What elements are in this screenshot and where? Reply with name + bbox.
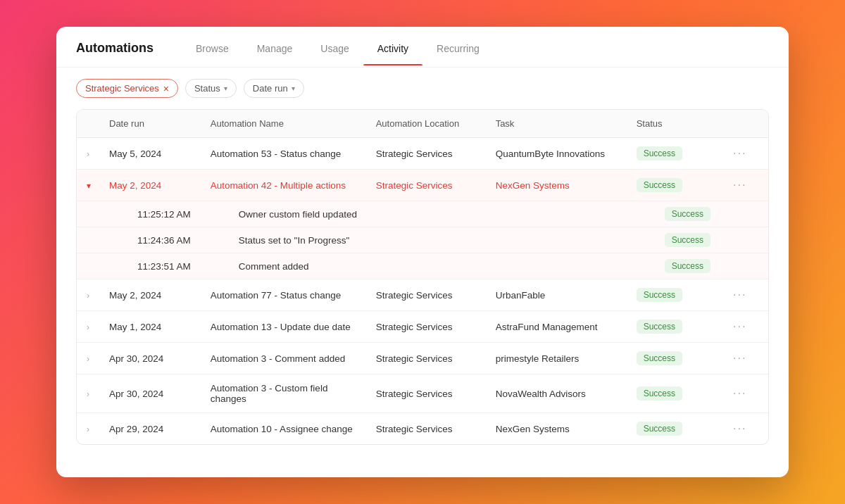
chevron-down-icon[interactable]: ▾ <box>87 181 91 191</box>
automation-name-cell[interactable]: Automation 77 - Status change <box>201 279 366 311</box>
actions-cell[interactable]: ··· <box>720 374 768 413</box>
tab-recurring[interactable]: Recurring <box>423 43 494 65</box>
location-cell: Strategic Services <box>366 279 486 311</box>
chevron-right-icon[interactable]: › <box>87 424 89 434</box>
status-cell: Success <box>627 343 720 374</box>
status-cell: Success <box>627 138 720 170</box>
daterun-filter-button[interactable]: Date run ▾ <box>244 79 304 98</box>
tab-activity[interactable]: Activity <box>363 43 423 65</box>
data-table: Date run Automation Name Automation Loca… <box>77 110 768 444</box>
sub-time-cell: 11:23:51 AM <box>99 253 201 279</box>
status-badge: Success <box>637 146 682 160</box>
sub-row: 11:25:12 AM Owner custom field updated S… <box>77 201 768 227</box>
sub-time-cell: 11:24:36 AM <box>99 227 201 253</box>
automation-name-cell[interactable]: Automation 10 - Assignee change <box>201 413 366 445</box>
more-options-icon[interactable]: ··· <box>730 289 749 301</box>
remove-filter-icon[interactable]: × <box>163 84 169 94</box>
col-status: Status <box>627 110 720 138</box>
col-date-run: Date run <box>99 110 201 138</box>
chevron-right-icon[interactable]: › <box>87 291 89 301</box>
more-options-icon[interactable]: ··· <box>730 147 749 159</box>
status-badge: Success <box>637 178 682 192</box>
sub-row: 11:24:36 AM Status set to "In Progress" … <box>77 227 768 253</box>
status-badge: Success <box>637 320 682 334</box>
chevron-right-icon[interactable]: › <box>87 354 89 364</box>
sub-actions-cell <box>720 227 768 253</box>
sub-action-cell: Owner custom field updated <box>201 201 627 227</box>
expand-cell[interactable]: › <box>77 138 99 170</box>
actions-cell[interactable]: ··· <box>720 279 768 311</box>
status-badge: Success <box>665 233 711 247</box>
more-options-icon[interactable]: ··· <box>730 352 749 364</box>
date-cell: Apr 29, 2024 <box>99 413 201 445</box>
tab-usage[interactable]: Usage <box>306 43 363 65</box>
status-filter-label: Status <box>194 83 220 94</box>
automation-name-cell[interactable]: Automation 42 - Multiple actions <box>201 170 366 201</box>
task-cell: NexGen Systems <box>486 170 627 201</box>
filter-bar: Strategic Services × Status ▾ Date run ▾ <box>56 68 789 109</box>
tab-browse[interactable]: Browse <box>182 43 243 65</box>
automation-name-cell[interactable]: Automation 13 - Update due date <box>201 311 366 343</box>
automation-name-cell[interactable]: Automation 3 - Comment added <box>201 343 366 374</box>
chevron-right-icon[interactable]: › <box>87 149 89 159</box>
table-row: › May 5, 2024 Automation 53 - Status cha… <box>77 138 768 170</box>
more-options-icon[interactable]: ··· <box>730 387 749 399</box>
table-header-row: Date run Automation Name Automation Loca… <box>77 110 768 138</box>
chevron-down-icon: ▾ <box>224 84 227 92</box>
sub-actions-cell <box>720 253 768 279</box>
table-row: › May 1, 2024 Automation 13 - Update due… <box>77 311 768 343</box>
table-row: ▾ May 2, 2024 Automation 42 - Multiple a… <box>77 170 768 201</box>
task-cell: UrbanFable <box>486 279 627 311</box>
sub-row: 11:23:51 AM Comment added Success <box>77 253 768 279</box>
chevron-right-icon[interactable]: › <box>87 389 89 399</box>
automation-name-cell[interactable]: Automation 53 - Status change <box>201 138 366 170</box>
automations-table: Date run Automation Name Automation Loca… <box>76 109 769 445</box>
location-cell: Strategic Services <box>366 138 486 170</box>
col-task: Task <box>486 110 627 138</box>
task-cell: NovaWealth Advisors <box>486 374 627 413</box>
more-options-icon[interactable]: ··· <box>730 422 749 434</box>
sub-expand-cell <box>77 227 99 253</box>
sub-status-cell: Success <box>627 253 720 279</box>
actions-cell[interactable]: ··· <box>720 343 768 374</box>
actions-cell[interactable]: ··· <box>720 138 768 170</box>
location-cell: Strategic Services <box>366 374 486 413</box>
status-cell: Success <box>627 279 720 311</box>
status-filter-button[interactable]: Status ▾ <box>185 79 237 98</box>
col-automation-name: Automation Name <box>201 110 366 138</box>
date-cell: May 2, 2024 <box>99 279 201 311</box>
sub-status-cell: Success <box>627 201 720 227</box>
chevron-down-icon: ▾ <box>292 84 295 92</box>
expand-cell[interactable]: › <box>77 413 99 445</box>
app-title: Automations <box>76 41 154 67</box>
sub-actions-cell <box>720 201 768 227</box>
sub-time-cell: 11:25:12 AM <box>99 201 201 227</box>
automation-name-cell[interactable]: Automation 3 - Custom field changes <box>201 374 366 413</box>
actions-cell[interactable]: ··· <box>720 170 768 201</box>
sub-action-cell: Comment added <box>201 253 627 279</box>
date-cell: May 5, 2024 <box>99 138 201 170</box>
table-row: › Apr 30, 2024 Automation 3 - Custom fie… <box>77 374 768 413</box>
status-cell: Success <box>627 413 720 445</box>
tab-manage[interactable]: Manage <box>243 43 307 65</box>
task-cell: NexGen Systems <box>486 413 627 445</box>
filter-tag-strategic-services[interactable]: Strategic Services × <box>76 79 178 98</box>
actions-cell[interactable]: ··· <box>720 311 768 343</box>
more-options-icon[interactable]: ··· <box>730 320 749 332</box>
expand-cell[interactable]: › <box>77 343 99 374</box>
more-options-icon[interactable]: ··· <box>730 179 749 191</box>
expand-cell[interactable]: › <box>77 279 99 311</box>
location-cell: Strategic Services <box>366 311 486 343</box>
date-cell: May 2, 2024 <box>99 170 201 201</box>
status-cell: Success <box>627 311 720 343</box>
expand-cell[interactable]: › <box>77 311 99 343</box>
expand-cell[interactable]: ▾ <box>77 170 99 201</box>
location-cell: Strategic Services <box>366 413 486 445</box>
daterun-filter-label: Date run <box>253 83 288 94</box>
expand-cell[interactable]: › <box>77 374 99 413</box>
status-badge: Success <box>665 207 711 221</box>
col-actions <box>720 110 768 138</box>
chevron-right-icon[interactable]: › <box>87 322 89 332</box>
date-cell: Apr 30, 2024 <box>99 374 201 413</box>
actions-cell[interactable]: ··· <box>720 413 768 445</box>
